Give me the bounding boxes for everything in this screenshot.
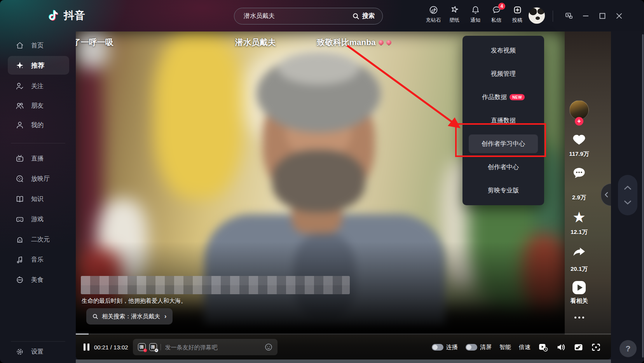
watch-related-button[interactable] (565, 281, 593, 294)
help-button[interactable]: ? (620, 340, 637, 357)
search-icon (353, 13, 360, 20)
fullscreen-button[interactable] (591, 343, 601, 352)
search-input[interactable] (234, 13, 349, 20)
mini-mode-button[interactable] (564, 11, 574, 21)
related-search-pill[interactable]: 相关搜索：潜水员戴夫 › (86, 308, 173, 325)
scrollbar[interactable] (642, 34, 644, 358)
sidebar-item-friends[interactable]: 朋友 (0, 96, 76, 115)
input-divider (161, 344, 161, 350)
close-button[interactable] (614, 11, 624, 21)
menu-item-video-management[interactable]: 视频管理 (469, 62, 538, 86)
notifications-label: 通知 (470, 17, 480, 24)
sidebar-item-mine[interactable]: 我的 (0, 116, 76, 134)
more-button[interactable] (565, 317, 593, 319)
user-avatar[interactable] (529, 7, 545, 24)
previous-video-button[interactable] (624, 185, 632, 190)
search-bar[interactable]: 搜索 (234, 8, 383, 24)
autoplay-toggle[interactable]: 连播 (432, 344, 458, 351)
sidebar-item-anime[interactable]: 二次元 (0, 229, 76, 250)
volume-button[interactable] (556, 343, 566, 352)
sidebar-item-label: 放映厅 (31, 175, 50, 183)
home-icon (16, 41, 24, 50)
comment-bubble-icon (572, 166, 586, 180)
clear-screen-label: 清屏 (480, 344, 492, 351)
friends-icon (16, 101, 24, 110)
sidebar-item-settings[interactable]: 设置 (0, 342, 76, 361)
sidebar-item-recommend[interactable]: 推荐 (8, 56, 69, 75)
sidebar-divider (11, 341, 65, 342)
watch-later-button[interactable] (538, 342, 548, 352)
wallpaper-button[interactable]: 壁纸 (444, 5, 465, 24)
clear-screen-toggle[interactable]: 清屏 (466, 344, 492, 351)
danmaku-settings-icon[interactable]: 弹● (149, 343, 157, 351)
notifications-button[interactable]: 通知 (465, 5, 486, 24)
messages-button[interactable]: 私信 4 (486, 5, 507, 24)
player-control-bar: 00:21 / 13:02 弹✓ 弹● 连播 清屏 智能 (76, 335, 611, 360)
next-video-button[interactable] (624, 200, 632, 205)
share-arrow-icon (572, 246, 586, 258)
rose-emoji (386, 40, 391, 45)
sidebar-item-live[interactable]: 直播 (0, 148, 76, 169)
gear-icon (16, 347, 24, 356)
sidebar-item-label: 美食 (31, 276, 44, 284)
search-button-label: 搜索 (362, 12, 375, 20)
new-badge: NEW (510, 94, 525, 100)
danmaku-toggle-icon[interactable]: 弹✓ (138, 343, 146, 351)
menu-item-publish-video[interactable]: 发布视频 (469, 39, 538, 62)
menu-item-creator-learning-center[interactable]: 创作者学习中心 (469, 134, 538, 153)
minimize-button[interactable] (581, 11, 590, 21)
danmaku-badge-check: ✓ (143, 349, 147, 352)
douyin-note-icon (47, 9, 61, 23)
sidebar-item-label: 音乐 (31, 256, 44, 264)
pause-button[interactable] (84, 344, 89, 351)
favorite-button[interactable]: ★ (565, 211, 593, 224)
smart-quality-button[interactable]: 智能 (499, 344, 511, 351)
maximize-button[interactable] (598, 11, 607, 21)
creator-dropdown-menu: 发布视频 视频管理 作品数据 NEW 直播数据 创作者学习中心 创作者中心 剪映… (462, 36, 544, 205)
menu-item-live-data[interactable]: 直播数据 (469, 109, 538, 132)
picture-in-picture-button[interactable] (574, 343, 583, 352)
watch-related-label: 看相关 (565, 297, 593, 305)
danmaku-input[interactable] (164, 344, 261, 351)
sidebar-item-food[interactable]: 美食 (0, 270, 76, 290)
menu-item-creator-center[interactable]: 创作者中心 (469, 155, 538, 179)
chevron-down-icon (624, 200, 632, 205)
sidebar-item-label: 关注 (31, 82, 44, 91)
sidebar-item-music[interactable]: 音乐 (0, 250, 76, 270)
plus-icon: + (575, 117, 583, 126)
sidebar-item-game[interactable]: 游戏 (0, 209, 76, 229)
bottom-edge-strip (76, 360, 611, 363)
sidebar-item-knowledge[interactable]: 知识 (0, 189, 76, 209)
danmaku-input-box[interactable]: 弹✓ 弹● (133, 339, 277, 355)
wallpaper-star-icon (450, 5, 459, 15)
app-logo[interactable]: 抖音 (47, 9, 86, 23)
upload-button[interactable]: 投稿 (507, 5, 528, 24)
sidebar-item-follow[interactable]: 关注 (0, 77, 76, 96)
douyin-app-window: 抖音 搜索 充钻石 壁纸 (0, 0, 644, 363)
sidebar-item-home[interactable]: 首页 (0, 36, 76, 55)
sidebar-item-cinema[interactable]: 放映厅 (0, 169, 76, 189)
messages-unread-badge: 4 (498, 3, 505, 10)
live-tv-icon (16, 154, 24, 163)
sidebar-item-label: 设置 (31, 348, 44, 356)
comment-count: 2.9万 (565, 194, 593, 201)
menu-item-jianying-pro[interactable]: 剪映专业版 (469, 179, 538, 202)
autoplay-label: 连播 (446, 344, 458, 351)
comment-button[interactable] (565, 166, 593, 181)
playback-speed-button[interactable]: 倍速 (519, 344, 531, 351)
diamond-recharge-icon (429, 5, 438, 15)
favorite-count: 12.1万 (565, 229, 593, 236)
sidebar-item-label: 知识 (31, 195, 44, 203)
search-button[interactable]: 搜索 (349, 12, 382, 20)
film-reel-icon (16, 175, 24, 183)
upload-label: 投稿 (512, 17, 522, 24)
like-count: 117.9万 (565, 150, 593, 158)
censored-username-mosaic (81, 276, 350, 294)
sidebar-item-label: 游戏 (31, 215, 44, 223)
like-button[interactable] (565, 133, 593, 147)
share-button[interactable] (565, 246, 593, 260)
follow-button[interactable]: + (565, 117, 593, 126)
menu-item-content-data[interactable]: 作品数据 NEW (469, 86, 538, 109)
recharge-button[interactable]: 充钻石 (423, 5, 444, 24)
emoji-icon[interactable] (265, 343, 272, 351)
